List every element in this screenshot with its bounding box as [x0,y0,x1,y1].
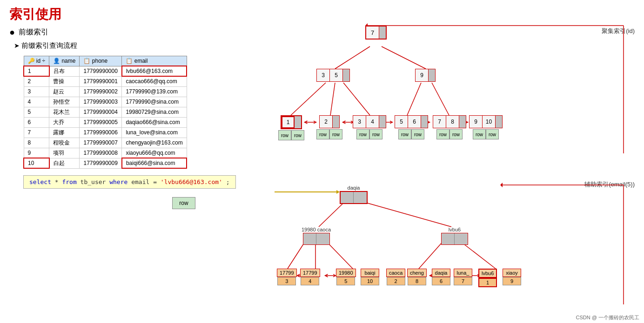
col-name: 👤 name [49,56,80,66]
leaf-1: 1 row row [278,115,304,140]
sec-leaf-lvbu6-1: lvbu6 1 [478,269,497,287]
leaf-56: 5 6 row row [395,115,428,139]
sql-from: from [62,178,76,185]
col-phone: 📋 phone [80,56,122,66]
svg-line-4 [343,83,370,115]
btree-l1-left: 3 5 [316,69,350,82]
table-row: 2 曹操 17799990001 caocao666@qq.com [24,76,187,86]
data-table: 🔑 id ÷ 👤 name 📋 phone 📋 email 1 吕布 17799… [23,56,187,169]
table-row: 9 项羽 17799990008 xiaoyu666@qq.com [24,148,187,158]
svg-marker-30 [500,183,503,187]
table-row: 10 白起 17799990009 baiqi666@sina.com [24,158,187,168]
btree-l1-right: 9 [415,69,436,82]
leaf-2: 2 row row [316,115,342,139]
sec-leaf-luna-7: luna_ 7 [454,269,472,285]
table-row: 1 吕布 17799990000 lvbu666@163.com [24,66,187,76]
sec-leaf-xiaoy-9: xiaoy 9 [503,269,521,285]
sec-leaf-19980-5: 19980 5 [336,269,356,285]
bullet-section: ● 前缀索引 [0,25,275,40]
right-panel: 聚集索引(id) 辅助索引(email(5)) [275,0,644,323]
col-id: 🔑 id ÷ [24,56,49,66]
svg-marker-32 [336,190,340,194]
svg-line-0 [335,46,370,69]
svg-line-16 [356,200,451,227]
sec-leaf-cheng-8: cheng 8 [407,269,427,285]
sec-l1-right: lvbu6 [441,227,468,245]
sql-where: where [109,178,127,185]
sec-root: daqia [340,185,368,204]
arrow-label: 前缀索引查询流程 [21,41,77,49]
table-row: 5 花木兰 17799990004 19980729@sina.com [24,107,187,117]
svg-line-6 [432,83,449,115]
sec-leaf-caoca-2: caoca 2 [386,269,405,285]
sql-keyword: select [29,178,51,185]
btree-root: 7 [365,26,387,40]
row-box: row [172,197,195,209]
csdn-watermark: CSDN @ 一个搬砖的农民工 [576,314,639,321]
root-gray [379,26,386,39]
sec-leaf-baiqi-10: baiqi 10 [361,269,379,285]
table-row: 4 孙悟空 17799990003 17799990@sina.com [24,97,187,107]
table-row: 8 程咬金 17799990007 chengyaojin@163.com [24,138,187,148]
page-title: 索引使用 [0,0,275,25]
sql-value: 'lvbu666@163.com' [161,178,222,185]
table-row: 7 露娜 17799990006 luna_love@sina.com [24,127,187,138]
svg-line-3 [330,83,335,115]
leaf-78: 7 8 row row [433,115,466,139]
svg-line-2 [291,83,326,115]
table-row: 6 大乔 17799990005 daqiao666@sina.com [24,117,187,127]
leaf-910: 9 10 row row [469,115,503,139]
table-row: 3 赵云 17799990002 17799990@139.com [24,86,187,97]
arrow-section: ➤ 前缀索引查询流程 [0,40,275,53]
svg-line-5 [407,83,421,115]
svg-line-1 [382,46,426,69]
root-val: 7 [366,26,379,39]
leaf-34: 3 4 row row [353,115,386,139]
sql-box: select * from tb_user where email = 'lvb… [23,175,236,189]
sec-l1-left: 19980 caoca [302,227,331,245]
secondary-index-label: 辅助索引(email(5)) [584,180,635,189]
col-email: 📋 email [122,56,187,66]
svg-line-20 [419,240,444,269]
left-panel: 索引使用 ● 前缀索引 ➤ 前缀索引查询流程 🔑 id ÷ 👤 name 📋 p… [0,0,275,209]
cluster-index-label: 聚集索引(id) [602,27,635,35]
sec-leaf-17799-3: 17799 3 [277,269,297,285]
bullet-label: 前缀索引 [19,27,48,37]
sec-leaf-17799-4: 17799 4 [300,269,320,285]
sec-leaf-daqia-6: daqia 6 [432,269,450,285]
row-standalone: row [172,197,275,209]
